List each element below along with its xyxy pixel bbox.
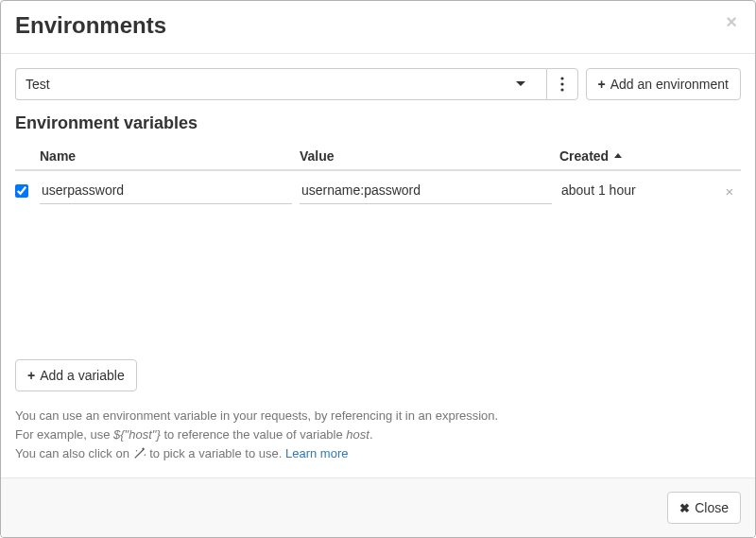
svg-point-0: [560, 77, 563, 79]
variable-name-input[interactable]: [40, 179, 292, 204]
modal-body: Test + Add an environment Environment va…: [1, 54, 755, 477]
learn-more-link[interactable]: Learn more: [285, 446, 348, 460]
add-variable-button[interactable]: + Add a variable: [15, 359, 137, 391]
x-icon: ✖: [679, 501, 690, 515]
modal-title: Environments: [15, 12, 722, 40]
svg-point-1: [560, 82, 563, 85]
close-small-icon: ×: [726, 183, 734, 200]
plus-icon: +: [598, 78, 606, 91]
close-button[interactable]: ✖ Close: [667, 492, 741, 524]
row-enabled-checkbox[interactable]: [15, 184, 28, 198]
close-icon[interactable]: ×: [722, 12, 741, 31]
environment-select[interactable]: Test: [15, 68, 546, 100]
col-created-label: Created: [559, 148, 609, 164]
help-line-3: You can also click on to pick a variable…: [15, 444, 741, 463]
environment-actions-button[interactable]: [546, 68, 578, 100]
table-row: about 1 hour ×: [15, 171, 741, 208]
env-select-group: Test: [15, 68, 578, 100]
variable-created: about 1 hour: [559, 179, 711, 203]
svg-point-2: [560, 88, 563, 91]
environments-modal: Environments × Test +: [0, 0, 756, 538]
variable-value-input[interactable]: [300, 179, 552, 204]
flex-spacer: [15, 208, 741, 352]
variables-table: Name Value Created about 1 hour ×: [15, 143, 741, 208]
env-toolbar: Test + Add an environment: [15, 68, 741, 100]
sort-asc-icon: [614, 153, 622, 158]
close-button-label: Close: [695, 500, 729, 515]
add-environment-label: Add an environment: [610, 77, 729, 92]
help-line-1: You can use an environment variable in y…: [15, 407, 741, 425]
table-header: Name Value Created: [15, 143, 741, 171]
caret-down-icon: [516, 81, 525, 86]
add-variable-label: Add a variable: [40, 368, 125, 383]
plus-icon: +: [27, 369, 35, 382]
help-line-2: For example, use ${"host"} to reference …: [15, 425, 741, 444]
col-name[interactable]: Name: [40, 148, 292, 164]
help-text: You can use an environment variable in y…: [15, 407, 741, 463]
delete-row-button[interactable]: ×: [718, 182, 741, 200]
variables-heading: Environment variables: [15, 113, 741, 133]
modal-footer: ✖ Close: [1, 477, 755, 537]
magic-wand-icon: [133, 447, 146, 460]
environment-select-value: Test: [26, 77, 50, 92]
col-value[interactable]: Value: [300, 148, 552, 164]
add-environment-button[interactable]: + Add an environment: [586, 68, 742, 100]
kebab-icon: [560, 77, 564, 92]
modal-header: Environments ×: [1, 1, 755, 54]
col-created[interactable]: Created: [559, 148, 711, 164]
